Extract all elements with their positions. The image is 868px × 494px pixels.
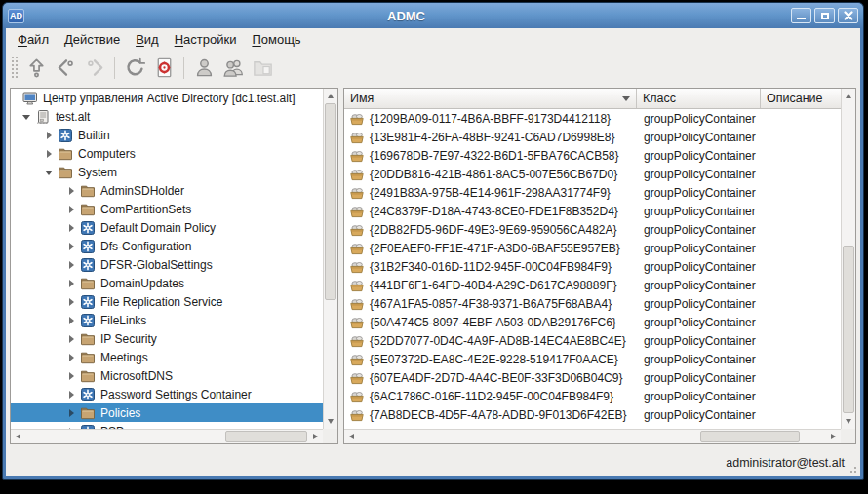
tree-vertical-scrollbar[interactable]: [323, 89, 337, 429]
column-header-класс[interactable]: Класс: [637, 89, 761, 108]
expand-arrow-icon[interactable]: [65, 258, 78, 271]
tree-item-dfs-configuration[interactable]: Dfs-Configuration: [11, 237, 323, 255]
table-vertical-scrollbar[interactable]: [841, 89, 855, 429]
cell-class: groupPolicyContainer: [637, 316, 761, 329]
tree-item-default-domain-policy[interactable]: Default Domain Policy: [11, 218, 323, 237]
tree-hscroll-thumb[interactable]: [225, 431, 307, 442]
tree-item-policies[interactable]: Policies: [11, 403, 323, 422]
expand-arrow-icon[interactable]: [65, 406, 78, 419]
table-row[interactable]: {169678DB-7E97-4322-B6D1-5FBA76CACB58}gr…: [344, 146, 841, 165]
table-row[interactable]: {20DDB816-421B-4861-8AC5-007E56CB67D0}gr…: [344, 165, 841, 183]
collapse-arrow-icon[interactable]: [20, 110, 33, 123]
expand-arrow-icon[interactable]: [43, 147, 56, 160]
tree-item-meetings[interactable]: Meetings: [11, 348, 323, 366]
tree-item-password-settings-container[interactable]: Password Settings Container: [11, 385, 323, 403]
toolbar-buttons: [21, 54, 277, 82]
tree-item-psps[interactable]: PSPs: [11, 422, 323, 429]
cell-class: groupPolicyContainer: [637, 112, 761, 126]
tree-item-microsoftdns[interactable]: MicrosoftDNS: [11, 366, 323, 385]
table-row[interactable]: {2DB82FD5-96DF-49E3-9E69-959056CA482A}gr…: [344, 220, 841, 239]
menu-действие[interactable]: Действие: [57, 30, 128, 49]
menu-вид[interactable]: Вид: [128, 30, 167, 49]
expand-arrow-icon[interactable]: [65, 221, 78, 234]
scroll-right-icon[interactable]: [308, 430, 323, 444]
container-icon: [80, 294, 96, 310]
table-row[interactable]: {52DD7077-0D4C-4A9F-AD8B-14EC4AE8BC4E}gr…: [344, 331, 841, 350]
tree-item-label: DFSR-GlobalSettings: [100, 258, 213, 272]
create-group-button[interactable]: [218, 54, 248, 82]
table-hscroll-thumb[interactable]: [700, 431, 800, 442]
expand-arrow-icon[interactable]: [65, 277, 78, 289]
tree-horizontal-scrollbar[interactable]: [11, 429, 323, 443]
table-vscroll-thumb[interactable]: [843, 246, 854, 413]
menu-помощь[interactable]: Помощь: [244, 30, 308, 49]
collapse-arrow-icon[interactable]: [43, 166, 56, 178]
tree-item-dfsr-globalsettings[interactable]: DFSR-GlobalSettings: [11, 255, 323, 274]
expand-arrow-icon[interactable]: [65, 351, 78, 363]
tree-item-test-alt[interactable]: test.alt: [11, 107, 323, 126]
forward-arrow-icon: [84, 57, 106, 79]
table-row[interactable]: {31B2F340-016D-11D2-945F-00C04FB984F9}gr…: [344, 257, 841, 276]
expand-arrow-icon[interactable]: [65, 184, 78, 197]
scroll-down-icon[interactable]: [842, 414, 856, 429]
object-name: {2DB82FD5-96DF-49E3-9E69-959056CA482A}: [370, 223, 617, 237]
tree-item-system[interactable]: System: [11, 163, 323, 181]
tree-vscroll-thumb[interactable]: [325, 103, 336, 300]
create-user-button[interactable]: [189, 54, 218, 82]
expand-arrow-icon[interactable]: [65, 314, 78, 326]
toolbar-drag-handle[interactable]: [11, 56, 18, 79]
menu-настройки[interactable]: Настройки: [167, 30, 245, 49]
tree-item-центр-управления-active-directory-dc1-test-alt-[interactable]: Центр управления Active Directory [dc1.t…: [11, 89, 323, 107]
table-row[interactable]: {6AC1786C-016F-11D2-945F-00C04FB984F9}gr…: [344, 387, 841, 405]
scroll-left-icon[interactable]: [11, 430, 25, 444]
tree-item-filelinks[interactable]: FileLinks: [11, 311, 323, 329]
table-row[interactable]: {50A474C5-8097-4EBF-A503-0DAB29176FC6}gr…: [344, 313, 841, 331]
table-row[interactable]: {2491B83A-975B-4E14-961F-298AA31774F9}gr…: [344, 183, 841, 202]
scroll-up-icon[interactable]: [324, 89, 338, 103]
document-target-button[interactable]: [149, 54, 178, 82]
scroll-right-icon[interactable]: [826, 430, 841, 444]
resize-grip-icon[interactable]: [848, 464, 857, 474]
refresh-button[interactable]: [120, 54, 149, 82]
table-row[interactable]: {13E981F4-26FA-48BF-9241-C6AD7D6998E8}gr…: [344, 128, 841, 146]
cell-name: {607EA4DF-2D7D-4A4C-BE0F-33F3D06B04C9}: [344, 370, 637, 386]
scroll-left-icon[interactable]: [344, 430, 359, 444]
column-header-описание[interactable]: Описание: [761, 89, 841, 108]
expand-arrow-icon[interactable]: [65, 369, 78, 382]
menu-файл[interactable]: Файл: [10, 30, 57, 49]
scroll-up-icon[interactable]: [842, 89, 856, 103]
expand-arrow-icon[interactable]: [65, 332, 78, 345]
app-icon: AD: [8, 9, 24, 23]
table-row[interactable]: {7AB8DECB-4D5F-4A78-ADBD-9F013D6F42EB}gr…: [344, 405, 841, 424]
tree-item-compartitionsets[interactable]: ComPartitionSets: [11, 200, 323, 218]
table-row[interactable]: {1209BA09-0117-4B6A-BBFF-9173D4412118}gr…: [344, 109, 841, 128]
table-row[interactable]: {467A1FA5-0857-4F38-9371-B6A75F68ABA4}gr…: [344, 294, 841, 313]
tree-item-builtin[interactable]: Builtin: [11, 126, 323, 144]
column-header-имя[interactable]: Имя: [344, 89, 637, 108]
navigate-up-button[interactable]: [21, 54, 51, 82]
tree-item-computers[interactable]: Computers: [11, 144, 323, 163]
table-horizontal-scrollbar[interactable]: [344, 429, 841, 443]
tree-item-domainupdates[interactable]: DomainUpdates: [11, 274, 323, 292]
navigate-back-button[interactable]: [51, 54, 80, 82]
cell-class: groupPolicyContainer: [637, 131, 761, 144]
expand-arrow-icon[interactable]: [65, 388, 78, 400]
table-row[interactable]: {607EA4DF-2D7D-4A4C-BE0F-33F3D06B04C9}gr…: [344, 368, 841, 387]
object-name: {2F0EAEF0-FF1E-471F-A3D0-6BAF55E957EB}: [370, 242, 620, 255]
expand-arrow-icon[interactable]: [65, 203, 78, 215]
table-row[interactable]: {5E07372D-EA8C-4E2E-9228-519417F0AACE}gr…: [344, 350, 841, 368]
expand-arrow-icon[interactable]: [65, 240, 78, 252]
table-row[interactable]: {2F0EAEF0-FF1E-471F-A3D0-6BAF55E957EB}gr…: [344, 239, 841, 257]
close-button[interactable]: [838, 8, 858, 23]
expand-arrow-icon[interactable]: [43, 129, 56, 141]
scroll-down-icon[interactable]: [324, 414, 338, 429]
titlebar[interactable]: AD ADMC: [3, 3, 863, 28]
tree-item-ip-security[interactable]: IP Security: [11, 329, 323, 348]
tree-item-adminsdholder[interactable]: AdminSDHolder: [11, 181, 323, 200]
table-row[interactable]: {24C8379F-D18A-4743-8CE0-FDE1F8B352D4}gr…: [344, 202, 841, 220]
maximize-button[interactable]: [814, 8, 835, 23]
table-row[interactable]: {441BF6F1-64FD-40B4-A29C-D617CA98889F}gr…: [344, 276, 841, 294]
tree-item-file-replication-service[interactable]: File Replication Service: [11, 292, 323, 311]
minimize-button[interactable]: [791, 8, 811, 23]
expand-arrow-icon[interactable]: [65, 295, 78, 308]
